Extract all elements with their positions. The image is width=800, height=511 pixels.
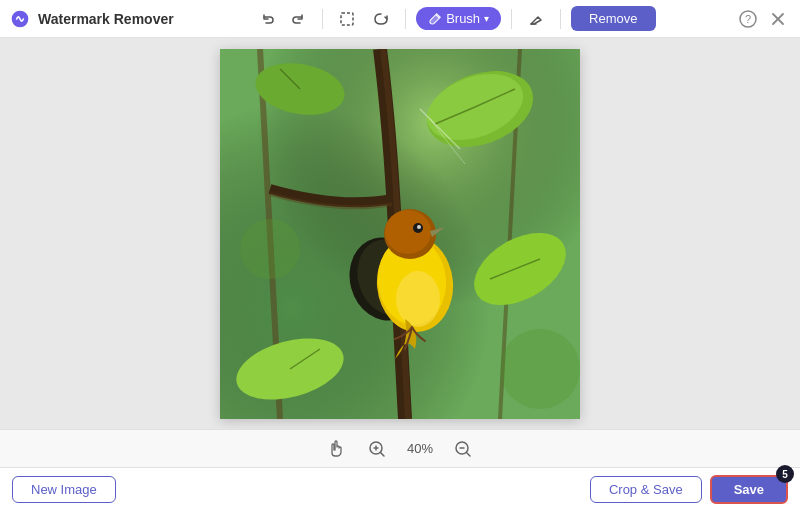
- new-image-button[interactable]: New Image: [12, 476, 116, 503]
- hand-tool-button[interactable]: [322, 438, 352, 460]
- svg-line-37: [381, 452, 385, 456]
- toolbar: Brush ▾ Remove: [254, 6, 655, 31]
- svg-point-31: [417, 225, 421, 229]
- undo-icon: [260, 11, 276, 27]
- eraser-icon: [528, 11, 544, 27]
- separator-4: [560, 9, 561, 29]
- close-icon: [771, 12, 785, 26]
- svg-point-27: [396, 271, 440, 327]
- remove-button[interactable]: Remove: [571, 6, 655, 31]
- svg-text:?: ?: [745, 13, 751, 25]
- undo-button[interactable]: [254, 7, 282, 31]
- redo-button[interactable]: [284, 7, 312, 31]
- crop-save-button[interactable]: Crop & Save: [590, 476, 702, 503]
- separator-1: [322, 9, 323, 29]
- brush-button[interactable]: Brush ▾: [416, 7, 501, 30]
- brush-label: Brush: [446, 11, 480, 26]
- zoom-out-icon: [454, 440, 472, 458]
- redo-icon: [290, 11, 306, 27]
- separator-2: [405, 9, 406, 29]
- save-button[interactable]: Save: [710, 475, 788, 504]
- lasso-button[interactable]: [367, 7, 395, 31]
- save-wrapper: Save 5: [710, 475, 788, 504]
- title-left: Watermark Remover: [10, 9, 174, 29]
- title-right: ?: [736, 7, 790, 31]
- help-icon: ?: [739, 10, 757, 28]
- app-title: Watermark Remover: [38, 11, 174, 27]
- canvas-area: [0, 38, 800, 429]
- selection-button[interactable]: [333, 7, 361, 31]
- zoom-in-icon: [368, 440, 386, 458]
- title-bar: Watermark Remover: [0, 0, 800, 38]
- bottom-bar: New Image Crop & Save Save 5: [0, 467, 800, 511]
- image-container[interactable]: [220, 49, 580, 419]
- hand-icon: [328, 440, 346, 458]
- zoom-in-button[interactable]: [362, 438, 392, 460]
- zoom-level: 40%: [402, 441, 438, 456]
- svg-point-32: [240, 219, 300, 279]
- brush-icon: [428, 12, 442, 26]
- svg-point-29: [385, 210, 431, 254]
- selection-icon: [339, 11, 355, 27]
- bottom-right: Crop & Save Save 5: [590, 475, 788, 504]
- help-button[interactable]: ?: [736, 7, 760, 31]
- svg-point-33: [500, 329, 580, 409]
- svg-line-40: [467, 452, 471, 456]
- zoom-out-button[interactable]: [448, 438, 478, 460]
- main-image: [220, 49, 580, 419]
- close-button[interactable]: [766, 7, 790, 31]
- separator-3: [511, 9, 512, 29]
- zoom-bar: 40%: [0, 429, 800, 467]
- brush-dropdown-icon: ▾: [484, 13, 489, 24]
- app-logo-icon: [10, 9, 30, 29]
- eraser-button[interactable]: [522, 7, 550, 31]
- step-badge: 5: [776, 465, 794, 483]
- svg-rect-1: [341, 13, 353, 25]
- undo-redo-group: [254, 7, 312, 31]
- lasso-icon: [373, 11, 389, 27]
